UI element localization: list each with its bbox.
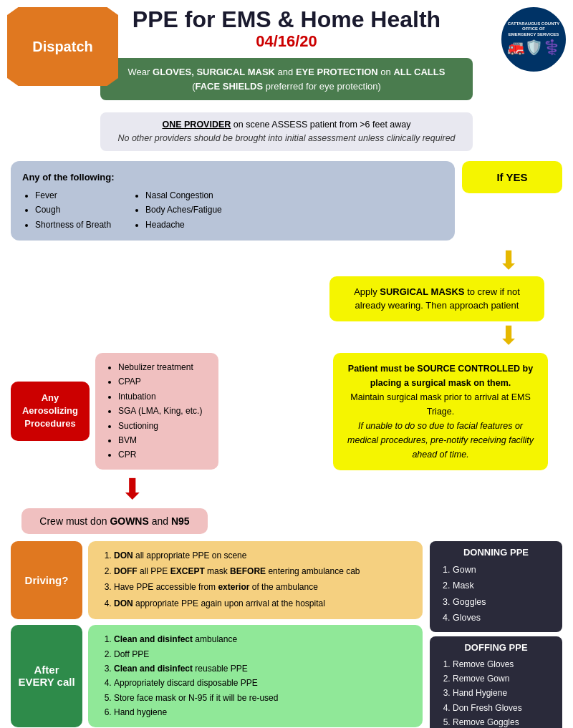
symptoms-col2: Nasal Congestion Body Aches/Fatigue Head… <box>133 188 222 232</box>
driving-list-box: DON all appropriate PPE on scene DOFF al… <box>88 541 423 620</box>
donning-box: DONNING PPE Gown Mask Goggles Gloves <box>430 541 562 632</box>
yellow-arrow-1: ⬇ <box>7 246 566 275</box>
apply-mask-box: Apply SURGICAL MASKS to crew if not alre… <box>329 276 544 321</box>
aero-item-1: Nebulizer treatment <box>118 360 208 374</box>
doffing-item-1: Remove Gloves <box>453 657 554 671</box>
aero-label: Any Aerosolizing Procedures <box>22 392 78 429</box>
aero-item-4: SGA (LMA, King, etc.) <box>118 404 208 418</box>
if-yes-label: If YES <box>496 171 527 183</box>
after-item-6: Hand hygiene <box>114 705 411 719</box>
symptom-headache: Headache <box>145 218 222 232</box>
page: Dispatch PPE for EMS & Home Health 04/16… <box>0 0 573 728</box>
aero-item-5: Suctioning <box>118 419 208 433</box>
symptom-cough: Cough <box>35 203 111 217</box>
aero-row: Any Aerosolizing Procedures Nebulizer tr… <box>11 353 218 470</box>
driving-item-4: DON appropriate PPE again upon arrival a… <box>114 596 411 611</box>
symptoms-box: Any of the following: Fever Cough Shortn… <box>11 161 455 241</box>
bottom-section: Driving? DON all appropriate PPE on scen… <box>7 541 566 728</box>
after-item-4: Appropriately discard disposable PPE <box>114 676 411 690</box>
doffing-item-2: Remove Gown <box>453 671 554 686</box>
driving-item-3: Have PPE accessible from exterior of the… <box>114 580 411 594</box>
aero-badge: Any Aerosolizing Procedures <box>11 382 90 441</box>
driving-label: Driving? <box>25 574 69 586</box>
red-arrow: ⬇ <box>47 472 218 505</box>
aero-item-7: CPR <box>118 447 208 462</box>
aero-item-6: BVM <box>118 433 208 447</box>
aero-list-box: Nebulizer treatment CPAP Intubation SGA … <box>95 353 218 470</box>
after-row: AfterEVERY call Clean and disinfect ambu… <box>11 625 423 727</box>
driving-item-2: DOFF all PPE EXCEPT mask BEFORE entering… <box>114 564 411 578</box>
after-item-1: Clean and disinfect ambulance <box>114 632 411 646</box>
source-section: Patient must be SOURCE CONTROLLED by pla… <box>226 353 562 470</box>
doffing-box: DOFFING PPE Remove Gloves Remove Gown Ha… <box>430 636 562 728</box>
aero-section: Any Aerosolizing Procedures Nebulizer tr… <box>11 353 218 534</box>
symptom-body: Body Aches/Fatigue <box>145 203 222 217</box>
aero-list: Nebulizer treatment CPAP Intubation SGA … <box>105 360 208 462</box>
donning-item-1: Gown <box>453 562 554 578</box>
doffing-list: Remove Gloves Remove Gown Hand Hygiene D… <box>438 657 554 728</box>
symptom-nasal: Nasal Congestion <box>145 188 222 203</box>
driving-item-1: DON all appropriate PPE on scene <box>114 548 411 563</box>
donning-item-2: Mask <box>453 578 554 594</box>
donning-list: Gown Mask Goggles Gloves <box>438 562 554 626</box>
aero-item-3: Intubation <box>118 389 208 404</box>
county-logo: CATTARAUGUS COUNTYOFFICE OFEMERGENCY SER… <box>501 7 566 72</box>
driving-row: Driving? DON all appropriate PPE on scen… <box>11 541 423 620</box>
aero-item-2: CPAP <box>118 374 208 389</box>
yellow-arrow-2: ⬇ <box>7 321 566 350</box>
dispatch-label: Dispatch <box>32 39 92 55</box>
donning-title: DONNING PPE <box>438 547 554 558</box>
doffing-title: DOFFING PPE <box>438 642 554 653</box>
symptom-sob: Shortness of Breath <box>35 218 111 232</box>
after-item-5: Store face mask or N-95 if it will be re… <box>114 691 411 705</box>
driving-badge: Driving? <box>11 541 82 620</box>
dispatch-badge: Dispatch <box>7 7 118 86</box>
if-yes-box: If YES <box>462 161 562 193</box>
symptoms-title: Any of the following: <box>22 170 443 185</box>
symptom-fever: Fever <box>35 188 111 203</box>
symptoms-col1: Fever Cough Shortness of Breath <box>22 188 111 232</box>
one-provider-text: ONE PROVIDER <box>162 120 231 130</box>
doffing-item-3: Hand Hygiene <box>453 686 554 700</box>
gown-box: Crew must don GOWNS and N95 <box>21 508 208 534</box>
after-list-box: Clean and disinfect ambulance Doff PPE C… <box>88 625 423 727</box>
county-logo-inner: CATTARAUGUS COUNTYOFFICE OFEMERGENCY SER… <box>501 7 566 72</box>
provider-box: ONE PROVIDER on scene ASSESS patient fro… <box>100 112 473 151</box>
donning-item-4: Gloves <box>453 610 554 626</box>
provider-note: No other providers should be brought int… <box>115 132 458 145</box>
green-box: Wear GLOVES, SURGICAL MASK and EYE PROTE… <box>100 58 473 100</box>
header: Dispatch PPE for EMS & Home Health 04/16… <box>7 7 566 51</box>
bottom-left: Driving? DON all appropriate PPE on scen… <box>11 541 423 728</box>
after-item-2: Doff PPE <box>114 647 411 661</box>
after-badge: AfterEVERY call <box>11 625 82 727</box>
after-item-3: Clean and disinfect reusable PPE <box>114 661 411 676</box>
right-panel: DONNING PPE Gown Mask Goggles Gloves DOF… <box>430 541 562 728</box>
donning-item-3: Goggles <box>453 594 554 611</box>
doffing-item-4: Don Fresh Gloves <box>453 701 554 715</box>
after-label: AfterEVERY call <box>18 664 74 688</box>
doffing-item-5: Remove Goggles <box>453 715 554 728</box>
source-box: Patient must be SOURCE CONTROLLED by pla… <box>333 353 548 470</box>
